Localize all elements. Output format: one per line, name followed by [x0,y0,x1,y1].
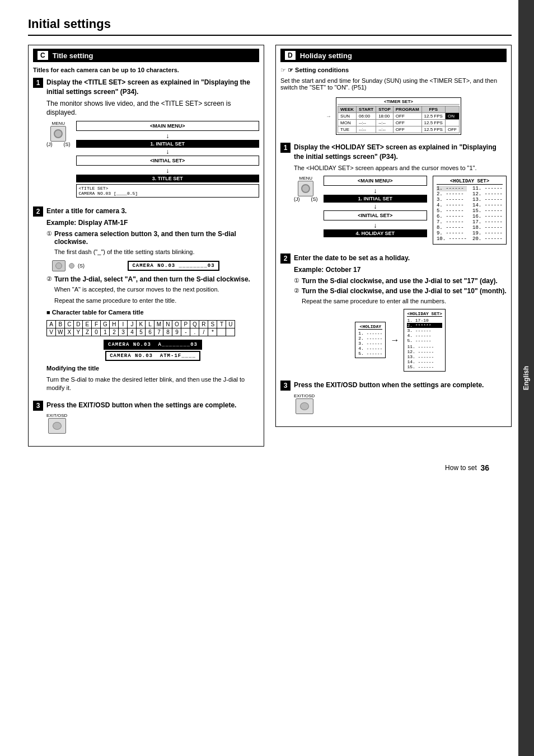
step-c1-diagram: MENU (J) (S) [46,121,259,198]
col-right: D Holiday setting ☞ ☞ Setting conditions… [275,45,512,452]
sub-step-c2-2: ② Turn the J-dial, select "A", and then … [46,275,259,283]
d1-arrow1: ↓ [324,187,427,195]
setting-conditions-note: ☞ ☞ Setting conditions [280,67,507,74]
step-c1-content: Display the <TITLE SET> screen as explai… [46,78,259,201]
title-set-preview: <TITLE SET>CAMERA NO.03 [____0.5] [76,184,260,198]
step-d2-number: 2 [280,253,291,264]
step-d1-content: Display the <HOLIDAY SET> screen as expl… [294,143,507,248]
exit-osd-device-d: EXIT/OSD [294,393,315,414]
holiday-compare: <HOLIDAY 1. ------ 2. ------ 3. ------ 4… [294,309,507,372]
camera-diagram-1: (S) CAMERA NO.03 ________03 [52,259,259,273]
timer-table-container: <TIMER SET> WEEK START STOP PROGRAM FPS [336,97,461,135]
sub-step-d2-1: ① Turn the S-dial clockwise, and use the… [294,277,507,285]
sub-step-c2-1-text: Press camera selection button 3, and the… [54,230,236,246]
sub-step-c2-1: ① Press camera selection button 3, and t… [46,230,259,246]
exit-osd-area-c: EXIT/OSD [46,413,259,434]
step-d2-example: Example: October 17 [294,265,507,275]
menu-highlight-2: 3. TITLE SET [76,175,260,182]
cam-icon-1 [52,260,65,271]
arrow1: ↓ [76,132,260,140]
device-icon [50,126,66,142]
sub-step-c2-2-num: ② [46,275,52,283]
holiday-set-box: <HOLIDAY SET> 1. ------ 2. ------ 3. ---… [433,176,507,245]
exit-osd-label-d: EXIT/OSD [294,393,315,398]
char-table-title: ■ Character table for Camera title [46,308,259,317]
col-left: C Title setting Titles for each camera c… [28,45,264,452]
step-c3-number: 3 [33,401,43,411]
sub-step-c2-2-detail2: Repeat the same procedure to enter the t… [54,297,259,305]
char-row-2: VWXYZ0123456789-./* [47,328,235,336]
setting-conditions-icon: ☞ [280,67,286,73]
step-d1-menu-flow: <MAIN MENU> ↓ 1. INITIAL SET ↓ <INITIAL … [324,176,427,237]
sub-step-d2-1-text: Turn the S-dial clockwise, and use the J… [302,277,498,285]
holiday-right-col: 11. ------ 12. ------ 13. ------ 14. ---… [472,186,503,242]
step-c1-number: 1 [33,78,43,88]
s-label-1: (S) [78,263,85,269]
step-c2-example: Example: Display ATM-1F [46,218,259,228]
sub-step-d2-1-num: ① [294,277,299,284]
step-d3-main: Press the EXIT/OSD button when the setti… [294,381,507,390]
step-c1-menu-flow: <MAIN MENU> ↓ 1. INITIAL SET ↓ <INITIAL … [76,121,260,198]
timer-header-row: WEEK START STOP PROGRAM FPS [338,106,460,113]
exit-osd-icon-c [48,418,66,434]
d1-arrow3: ↓ [324,222,427,229]
sub-step-d2-2-text: Turn the S-dial clockwise, and use the J… [302,287,507,295]
step-c1: 1 Display the <TITLE SET> screen as expl… [33,78,259,201]
holiday-before-title: <HOLIDAY [358,324,382,330]
camera-display-2: CAMERA NO.03 A________03 [104,340,202,350]
arrow-timer: → [326,113,331,119]
char-row-1: ABCDEFGHIJKLMNOPQRSTU [47,321,235,328]
menu-label-d1: MENU [299,176,312,181]
menu-highlight-1: 1. INITIAL SET [76,140,260,148]
page-footer: How to set 36 [28,463,512,472]
step-d2: 2 Enter the date to be set as a holiday.… [280,253,507,375]
exit-knob-d [300,402,309,410]
page-title: Initial settings [28,17,512,36]
sub-step-c2-2-text: Turn the J-dial, select "A", and then tu… [54,275,250,283]
exit-osd-label-c: EXIT/OSD [46,413,67,418]
two-col-layout: C Title setting Titles for each camera c… [28,45,512,452]
section-c-header: C Title setting [33,49,259,62]
timer-table: WEEK START STOP PROGRAM FPS SUN 06:00 [338,106,460,133]
js-label: (J) (S) [46,142,71,147]
footer-page-num: 36 [480,463,489,472]
holiday-before-box: <HOLIDAY 1. ------ 2. ------ 3. ------ 4… [355,322,386,358]
d1-menu-highlight-1: 1. INITIAL SET [324,195,427,203]
modifying-text: Turn the S-dial to make the desired lett… [46,375,259,393]
section-d: D Holiday setting ☞ ☞ Setting conditions… [275,45,512,427]
section-c-intro: Titles for each camera can be up to 10 c… [33,67,259,73]
step-d1-device: MENU (J) (S) [294,176,318,202]
sidebar-right: English [518,0,534,756]
exit-osd-area-d: EXIT/OSD [294,393,507,414]
d1-menu-highlight-2: 4. HOLIDAY SET [324,229,427,237]
holiday-after-box: <HOLIDAY SET> 1. 17-10 2. ****** 3. ----… [404,309,445,372]
timer-row-mon: MON --:-- --:-- OFF 12.5 FPS [338,120,460,126]
setting-conditions-label: ☞ Setting conditions [288,67,349,73]
device-icon-d1 [298,181,313,196]
step-c1-main: Display the <TITLE SET> screen as explai… [46,78,259,97]
camera-display-text-1: CAMERA NO.03 ________03 [132,263,214,269]
footer-label: How to set [445,464,477,472]
s-dial-1 [69,263,74,269]
menu-label: MENU [51,121,65,126]
timer-row-tue: TUE --:-- --:-- OFF 12.5 FPS OFF [338,126,460,133]
step-d1: 1 Display the <HOLIDAY SET> screen as ex… [280,143,507,248]
step-c1-device: MENU (J) (S) [46,121,71,147]
exit-osd-icon-d [296,398,313,414]
step-c3-main: Press the EXIT/OSD button when the setti… [46,401,259,410]
step-c2-main: Enter a title for camera 3. [46,206,259,216]
step-c3: 3 Press the EXIT/OSD button when the set… [33,401,259,438]
step-d1-number: 1 [280,143,291,153]
section-c: C Title setting Titles for each camera c… [28,45,264,447]
sub-step-c2-2-detail: When "A" is accepted, the cursor moves t… [54,285,259,294]
section-d-title: Holiday setting [300,51,352,60]
char-table: ABCDEFGHIJKLMNOPQRSTU VWXYZ0123456789-./… [46,320,235,336]
step-d3: 3 Press the EXIT/OSD button when the set… [280,381,507,417]
arrow2: ↓ [76,148,260,156]
step-c2-number: 2 [33,206,43,217]
sub-step-d2-2: ② Turn the S-dial clockwise, and use the… [294,287,507,295]
setting-conditions-text: Set the start and end time for Sunday (S… [280,77,507,91]
step-c2-content: Enter a title for camera 3. Example: Dis… [46,206,259,395]
initial-set-box: <INITIAL SET> [76,156,260,166]
dial-icon-d1 [301,184,310,193]
